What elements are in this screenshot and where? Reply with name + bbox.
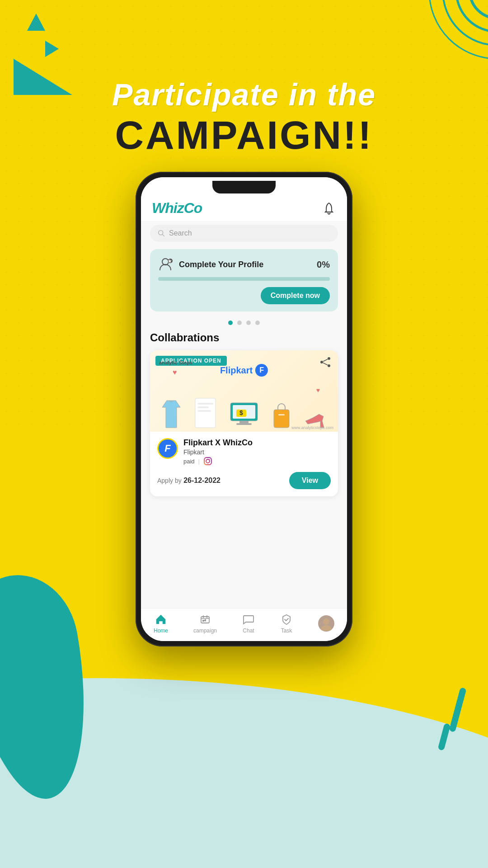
- svg-point-29: [206, 459, 210, 463]
- view-button[interactable]: View: [289, 472, 331, 489]
- profile-title: Complete Your Profile: [179, 260, 263, 269]
- deco-triangle-top-left: [27, 14, 45, 31]
- nav-campaign-label: campaign: [193, 627, 217, 634]
- phone-wrapper: WhizCo Search: [136, 172, 352, 646]
- svg-text:$: $: [239, 409, 243, 416]
- apply-by-text: Apply by 26-12-2022: [157, 476, 221, 485]
- chat-icon: [242, 613, 255, 626]
- campaign-brand: Flipkart: [183, 448, 331, 456]
- share-icon[interactable]: [319, 356, 332, 370]
- analytic-brand: ⌖ analytic Steps: [155, 359, 192, 365]
- deco-small-triangle-left: [45, 41, 59, 57]
- campaign-name: Flipkart X WhizCo: [183, 438, 331, 448]
- nav-task[interactable]: Task: [280, 613, 293, 634]
- campaign-card: APPLICATION OPEN: [150, 350, 338, 496]
- header-line1: Participate in the: [0, 77, 488, 112]
- header-line2: CAMPAIGN!!: [0, 112, 488, 158]
- bottom-nav: Home campaign: [141, 608, 347, 641]
- meta-paid: paid: [183, 458, 195, 465]
- nav-home[interactable]: Home: [154, 613, 168, 634]
- home-icon: [155, 613, 167, 626]
- svg-rect-13: [195, 398, 216, 428]
- apply-row: Apply by 26-12-2022 View: [150, 466, 338, 496]
- nav-campaign[interactable]: campaign: [193, 613, 217, 634]
- brand-logo: F: [157, 438, 178, 459]
- campaign-info: F Flipkart X WhizCo Flipkart paid |: [150, 432, 338, 466]
- task-icon: [280, 613, 293, 626]
- svg-rect-32: [202, 620, 204, 622]
- profile-percent: 0%: [317, 259, 330, 270]
- dot-4[interactable]: [255, 321, 260, 325]
- svg-point-8: [328, 357, 330, 360]
- instagram-icon: [203, 457, 212, 466]
- nav-avatar: [318, 615, 334, 632]
- nav-chat[interactable]: Chat: [242, 613, 255, 634]
- svg-rect-15: [197, 406, 209, 408]
- svg-point-34: [323, 618, 329, 625]
- svg-rect-16: [197, 410, 211, 412]
- complete-now-button[interactable]: Complete now: [261, 287, 330, 304]
- phone-screen: WhizCo Search: [141, 177, 347, 641]
- svg-rect-28: [204, 458, 211, 465]
- search-placeholder: Search: [169, 229, 192, 237]
- nav-chat-label: Chat: [243, 627, 254, 634]
- dots-row: [141, 321, 347, 325]
- svg-point-9: [320, 361, 323, 363]
- watermark: www.analyticsteps.com: [291, 425, 333, 430]
- svg-point-10: [328, 364, 330, 367]
- svg-text:★: ★: [168, 259, 172, 264]
- dot-3[interactable]: [246, 321, 251, 325]
- flipkart-logo: Flipkart F: [220, 364, 268, 377]
- svg-rect-24: [278, 414, 285, 415]
- profile-card-top: ★ Complete Your Profile 0%: [158, 256, 330, 273]
- campaign-icon: [199, 613, 211, 626]
- svg-point-2: [443, 0, 488, 45]
- campaign-details: Flipkart X WhizCo Flipkart paid |: [183, 438, 331, 466]
- svg-point-4: [159, 231, 163, 235]
- profile-card-left: ★ Complete Your Profile: [158, 256, 263, 273]
- dot-1[interactable]: [228, 321, 233, 325]
- svg-text:F: F: [164, 443, 171, 454]
- app-logo: WhizCo: [152, 200, 202, 217]
- svg-rect-20: [236, 423, 252, 425]
- meta-separator: |: [198, 458, 200, 465]
- bell-icon[interactable]: [322, 201, 336, 216]
- campaign-banner-image: ⌖ analytic Steps Flipkart F: [150, 350, 338, 432]
- progress-bar-bg: [158, 277, 330, 281]
- profile-icon: ★: [158, 256, 174, 273]
- dot-2[interactable]: [237, 321, 242, 325]
- svg-rect-23: [274, 410, 289, 428]
- svg-point-0: [470, 0, 488, 18]
- svg-rect-14: [197, 403, 213, 405]
- deco-circles-top-right: [407, 0, 488, 81]
- nav-task-label: Task: [281, 627, 292, 634]
- phone-outer: WhizCo Search: [136, 172, 352, 646]
- nav-profile[interactable]: [318, 615, 334, 632]
- svg-line-12: [323, 363, 328, 365]
- campaign-banner: APPLICATION OPEN: [150, 350, 338, 432]
- header-area: Participate in the CAMPAIGN!!: [0, 77, 488, 158]
- search-icon: [157, 229, 165, 237]
- profile-card: ★ Complete Your Profile 0% Complete now: [150, 249, 338, 311]
- nav-home-label: Home: [154, 627, 168, 634]
- svg-line-11: [323, 359, 328, 362]
- svg-point-30: [209, 459, 210, 460]
- campaign-meta: paid |: [183, 457, 331, 466]
- section-title: Collabrations: [150, 331, 338, 344]
- svg-rect-19: [239, 421, 249, 423]
- phone-notch: [212, 181, 276, 193]
- search-bar[interactable]: Search: [150, 225, 338, 242]
- app-content: Collabrations APPLICATION OPEN: [141, 331, 347, 608]
